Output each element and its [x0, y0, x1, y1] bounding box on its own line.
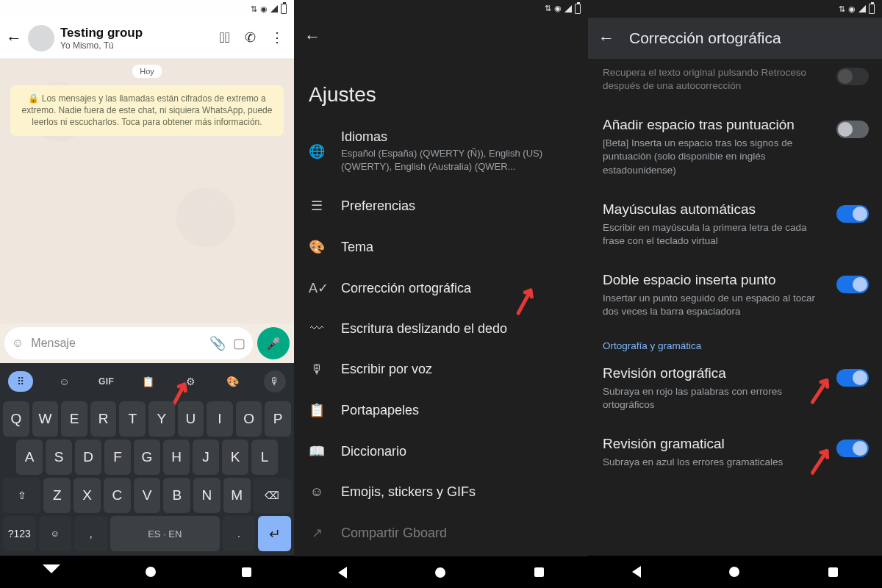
key-n[interactable]: N	[193, 478, 220, 513]
voice-record-button[interactable]: 🎤	[257, 327, 290, 359]
settings-row-portapapeles[interactable]: 📋 Portapapeles	[294, 390, 588, 431]
key-i[interactable]: I	[207, 401, 233, 437]
signal-icon	[270, 5, 278, 12]
setting-revision-gramatical[interactable]: Revisión gramatical Subraya en azul los …	[588, 423, 882, 481]
key-u[interactable]: U	[178, 401, 204, 437]
attach-icon[interactable]: 📎	[209, 335, 226, 351]
back-icon[interactable]: ←	[304, 27, 320, 46]
key-m[interactable]: M	[223, 478, 251, 513]
android-navbar	[588, 556, 882, 588]
settings-row-preferencias[interactable]: ☰ Preferencias	[294, 185, 588, 226]
key-y[interactable]: Y	[148, 401, 175, 437]
emoji-icon[interactable]: ☺	[12, 337, 24, 350]
settings-row-emojis[interactable]: ☺ Emojis, stickers y GIFs	[294, 472, 588, 512]
back-icon[interactable]: ←	[598, 29, 614, 48]
toggle[interactable]	[836, 68, 869, 85]
key-p[interactable]: P	[265, 401, 291, 437]
toggle[interactable]	[836, 121, 869, 138]
key-k[interactable]: K	[222, 440, 248, 475]
key-a[interactable]: A	[16, 440, 43, 475]
settings-row-compartir[interactable]: ↗ Compartir Gboard	[294, 512, 588, 553]
battery-icon	[281, 4, 287, 14]
group-avatar[interactable]	[28, 25, 54, 51]
nav-back-icon[interactable]	[338, 567, 347, 578]
key-h[interactable]: H	[163, 440, 190, 475]
key-e[interactable]: E	[61, 401, 87, 437]
key-x[interactable]: X	[74, 478, 101, 513]
setting-mayusculas[interactable]: Mayúsculas automáticas Escribir en mayús…	[588, 189, 882, 259]
gif-button[interactable]: GIF	[96, 370, 118, 392]
nav-back-icon[interactable]	[632, 566, 641, 578]
key-shift[interactable]: ⇧	[3, 478, 40, 513]
key-s[interactable]: S	[46, 440, 72, 475]
gear-icon[interactable]: ⚙	[179, 370, 201, 392]
key-backspace[interactable]: ⌫	[254, 478, 291, 513]
key-numbers[interactable]: ?123	[3, 516, 36, 551]
settings-row-voz[interactable]: 🎙 Escribir por voz	[294, 349, 588, 390]
nav-recents-icon[interactable]	[242, 567, 251, 577]
setting-espacio-puntuacion[interactable]: Añadir espacio tras puntuación [Beta] In…	[588, 104, 882, 188]
key-r[interactable]: R	[90, 401, 117, 437]
key-t[interactable]: T	[119, 401, 146, 437]
video-call-icon[interactable]: ▢⃞	[219, 29, 230, 46]
mic-icon: 🎤	[266, 337, 281, 351]
nav-back-icon[interactable]	[43, 564, 60, 579]
key-z[interactable]: Z	[43, 478, 71, 513]
key-q[interactable]: Q	[3, 401, 29, 437]
settings-row-deslizar[interactable]: 〰 Escritura deslizando el dedo	[294, 309, 588, 349]
settings-row-tema[interactable]: 🎨 Tema	[294, 226, 588, 268]
key-l[interactable]: L	[251, 440, 278, 475]
setting-revision-ortografica[interactable]: Revisión ortográfica Subraya en rojo las…	[588, 353, 882, 423]
keyboard-menu-icon[interactable]: ⠿	[8, 371, 33, 392]
nav-home-icon[interactable]	[146, 567, 156, 577]
key-d[interactable]: D	[75, 440, 101, 475]
settings-list: 🌐 Idiomas Español (España) (QWERTY (Ñ)),…	[294, 114, 588, 556]
share-icon: ↗	[309, 525, 325, 541]
toggle[interactable]	[836, 369, 869, 387]
camera-icon[interactable]: ▢	[233, 335, 245, 351]
nav-home-icon[interactable]	[729, 567, 739, 577]
key-comma[interactable]: ☺	[39, 516, 72, 551]
key-c[interactable]: C	[104, 478, 131, 513]
key-f[interactable]: F	[104, 440, 131, 475]
key-b[interactable]: B	[163, 478, 190, 513]
settings-label: Escritura deslizando el dedo	[341, 321, 573, 337]
nav-recents-icon[interactable]	[534, 567, 544, 577]
key-v[interactable]: V	[134, 478, 161, 513]
palette-icon[interactable]: 🎨	[222, 370, 244, 392]
chat-title-box[interactable]: Testing group Yo Mismo, Tú	[60, 26, 213, 51]
toggle[interactable]	[836, 276, 869, 293]
toggle[interactable]	[836, 205, 869, 223]
key-j[interactable]: J	[193, 440, 219, 475]
nav-home-icon[interactable]	[435, 567, 445, 578]
smile-icon: ☺	[309, 484, 325, 500]
key-w[interactable]: W	[32, 401, 59, 437]
key-emoji[interactable]: ,	[74, 516, 107, 551]
clipboard-icon[interactable]: 📋	[137, 370, 159, 392]
settings-row-idiomas[interactable]: 🌐 Idiomas Español (España) (QWERTY (Ñ)),…	[294, 117, 588, 185]
key-enter[interactable]: ↵	[258, 516, 291, 551]
nav-recents-icon[interactable]	[828, 567, 838, 577]
setting-undo-autocorrect[interactable]: Recupera el texto original pulsando Retr…	[588, 59, 882, 104]
key-space[interactable]: ES · EN	[110, 516, 220, 551]
download-icon: ⇅	[545, 4, 551, 13]
signal-icon	[564, 5, 572, 12]
date-chip: Hoy	[132, 65, 162, 78]
gboard-keyboard: ⠿ ☺ GIF 📋 ⚙ 🎨 🎙 Q W E R T Y U I O P A S	[0, 363, 294, 556]
key-period[interactable]: .	[223, 516, 256, 551]
settings-label: Emojis, stickers y GIFs	[341, 484, 573, 500]
more-icon[interactable]: ⋮	[270, 29, 284, 46]
settings-row-correccion[interactable]: A✓ Corrección ortográfica	[294, 268, 588, 309]
voice-typing-icon[interactable]: 🎙	[264, 370, 286, 392]
spellcheck-icon: A✓	[309, 280, 325, 296]
encryption-notice[interactable]: 🔒 Los mensajes y las llamadas están cifr…	[10, 85, 284, 136]
sticker-icon[interactable]: ☺	[53, 370, 75, 392]
toggle[interactable]	[836, 440, 869, 457]
voice-call-icon[interactable]: ✆	[245, 29, 256, 46]
key-g[interactable]: G	[134, 440, 160, 475]
setting-doble-espacio[interactable]: Doble espacio inserta punto Insertar un …	[588, 259, 882, 330]
message-input[interactable]: ☺ Mensaje 📎 ▢	[4, 327, 253, 359]
settings-row-diccionario[interactable]: 📖 Diccionario	[294, 431, 588, 472]
key-o[interactable]: O	[236, 401, 262, 437]
back-icon[interactable]: ←	[6, 29, 22, 48]
